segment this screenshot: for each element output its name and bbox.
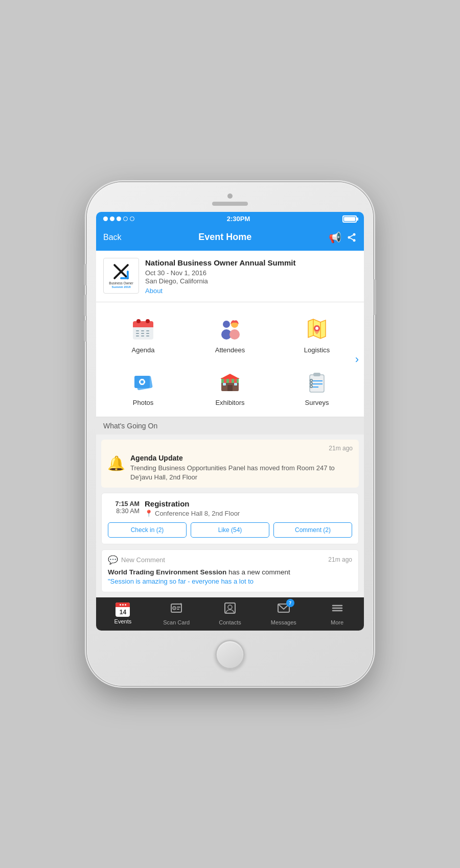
event-location: San Diego, California — [145, 277, 357, 285]
svg-rect-61 — [177, 609, 179, 610]
agenda-icon — [129, 315, 157, 343]
comment-button[interactable]: Comment (2) — [273, 522, 352, 538]
comment-header: 💬 New Comment 21m ago — [108, 555, 352, 565]
app-header: Back Event Home 📢 — [96, 226, 364, 251]
svg-point-29 — [315, 327, 318, 330]
tab-contacts-label: Contacts — [219, 619, 241, 625]
signal-dot-5 — [130, 216, 134, 221]
menu-item-exhibitors[interactable]: Exhibitors — [188, 362, 272, 412]
battery-icon — [342, 215, 357, 223]
session-card: 7:15 AM 8:30 AM Registration 📍 Conferenc… — [101, 493, 359, 544]
svg-point-59 — [174, 608, 175, 609]
notification-card: 21m ago 🔔 Agenda Update Trending Busines… — [101, 440, 359, 487]
like-button[interactable]: Like (54) — [191, 522, 269, 538]
tab-contacts[interactable]: Contacts — [203, 601, 257, 625]
event-dates: Oct 30 - Nov 1, 2016 — [145, 269, 357, 277]
svg-rect-19 — [146, 333, 149, 334]
tab-scan-card-label: Scan Card — [163, 619, 190, 625]
svg-line-4 — [350, 235, 353, 236]
exhibitors-icon — [216, 367, 244, 396]
svg-marker-48 — [220, 374, 240, 379]
signal-dot-2 — [110, 216, 114, 221]
back-button[interactable]: Back — [103, 233, 122, 242]
phone-device: 2:30PM Back Event Home 📢 — [87, 182, 373, 686]
camera-dot — [227, 194, 233, 199]
exhibitors-label: Exhibitors — [215, 399, 244, 406]
tab-messages[interactable]: 7 Messages — [257, 601, 310, 625]
menu-grid-container: Agenda At — [96, 302, 364, 417]
svg-rect-36 — [141, 384, 144, 385]
messages-icon: 7 — [277, 601, 290, 618]
tab-messages-label: Messages — [271, 619, 296, 625]
agenda-label: Agenda — [132, 346, 155, 354]
surveys-label: Surveys — [305, 399, 329, 406]
comment-quote: "Session is amazing so far - everyone ha… — [108, 577, 254, 585]
signal-dot-3 — [117, 216, 121, 221]
svg-point-0 — [353, 233, 355, 235]
header-actions: 📢 — [329, 231, 357, 244]
signal-dot-4 — [123, 216, 128, 221]
svg-rect-13 — [136, 333, 139, 334]
signal-dot-1 — [103, 216, 108, 221]
comment-body-suffix: has a new comment — [226, 568, 290, 576]
svg-rect-12 — [136, 330, 139, 331]
menu-item-attendees[interactable]: Attendees — [188, 309, 272, 359]
event-logo: Business OwnerSummit 2018 — [103, 258, 139, 294]
svg-rect-46 — [223, 383, 226, 385]
speech-bubble-icon: 💬 — [108, 555, 118, 565]
svg-point-24 — [229, 329, 240, 340]
surveys-icon — [303, 367, 331, 396]
svg-rect-47 — [234, 383, 237, 385]
about-link[interactable]: About — [145, 287, 357, 295]
battery-indicator — [342, 215, 357, 223]
scroll-right-button[interactable]: › — [355, 353, 359, 366]
svg-rect-50 — [313, 373, 320, 376]
page-title: Event Home — [198, 232, 251, 243]
comment-card: 💬 New Comment 21m ago World Trading Envi… — [101, 549, 359, 593]
menu-item-photos[interactable]: Photos — [101, 362, 185, 412]
svg-point-21 — [223, 321, 230, 328]
signal-dots — [103, 216, 134, 221]
svg-rect-20 — [146, 335, 149, 336]
checkin-button[interactable]: Check in (2) — [108, 522, 187, 538]
phone-screen: 2:30PM Back Event Home 📢 — [96, 212, 364, 631]
tab-scan-card[interactable]: Scan Card — [150, 601, 203, 625]
events-count: 14 — [116, 607, 130, 617]
logo-text: Business OwnerSummit 2018 — [109, 281, 133, 290]
tab-events[interactable]: 14 Events — [96, 602, 150, 624]
pin-icon: 📍 — [145, 510, 153, 517]
megaphone-icon[interactable]: 📢 — [329, 231, 341, 244]
section-header-whats-going-on: What's Going On — [96, 417, 364, 435]
more-icon — [331, 601, 344, 618]
svg-point-34 — [141, 380, 144, 383]
new-comment-label: New Comment — [121, 556, 165, 564]
phone-top-bar — [96, 194, 364, 212]
svg-rect-37 — [139, 381, 140, 383]
speaker-grill — [212, 202, 248, 206]
comment-label: 💬 New Comment — [108, 555, 165, 565]
menu-item-agenda[interactable]: Agenda — [101, 309, 185, 359]
svg-rect-17 — [141, 335, 144, 336]
messages-badge: 7 — [286, 599, 294, 607]
svg-point-11 — [146, 319, 150, 323]
svg-rect-16 — [141, 333, 144, 334]
tab-more[interactable]: More — [310, 601, 364, 625]
events-tab-icon: 14 — [116, 602, 130, 617]
menu-grid: Agenda At — [101, 309, 359, 412]
comment-body: World Trading Environment Session has a … — [108, 568, 352, 587]
comment-time: 21m ago — [328, 556, 352, 563]
event-info: National Business Owner Annual Summit Oc… — [145, 258, 357, 295]
svg-rect-15 — [141, 330, 144, 331]
tab-more-label: More — [331, 619, 343, 625]
session-times: 7:15 AM 8:30 AM — [108, 499, 140, 517]
logistics-label: Logistics — [304, 346, 330, 354]
svg-rect-14 — [136, 335, 139, 336]
home-button[interactable] — [215, 640, 245, 669]
scan-card-icon — [170, 601, 183, 618]
menu-item-surveys[interactable]: Surveys — [275, 362, 359, 412]
share-icon[interactable] — [347, 232, 357, 243]
menu-item-logistics[interactable]: Logistics — [275, 309, 359, 359]
event-name: National Business Owner Annual Summit — [145, 258, 357, 268]
notif-body: Trending Business Opportunities Panel ha… — [130, 464, 353, 482]
phone-bottom-bar — [96, 631, 364, 674]
